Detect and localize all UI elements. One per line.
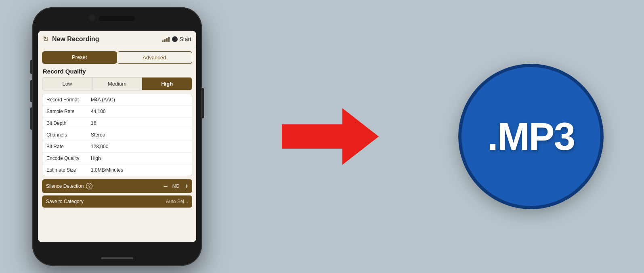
- table-row: Record Format M4A (AAC): [42, 94, 192, 106]
- phone-camera: [89, 15, 95, 21]
- label-channels: Channels: [46, 132, 91, 138]
- phone-side-btn-vol-down: [30, 107, 32, 130]
- value-sample-rate: 44,100: [91, 109, 106, 114]
- phone-body: ↻ New Recording Start: [32, 7, 202, 266]
- table-row: Estimate Size 1.0MB/Minutes: [42, 164, 192, 176]
- value-bit-depth: 16: [91, 120, 96, 126]
- label-sample-rate: Sample Rate: [46, 109, 91, 114]
- header-left: ↻ New Recording: [43, 35, 99, 44]
- record-dot: [172, 36, 178, 42]
- quality-btn-high[interactable]: High: [142, 78, 192, 90]
- phone-screen: ↻ New Recording Start: [38, 31, 196, 242]
- arrow-wrapper: [214, 104, 446, 169]
- value-bit-rate: 128,000: [91, 144, 108, 149]
- label-record-format: Record Format: [46, 97, 91, 103]
- phone-speaker: [99, 16, 135, 21]
- signal-bar-1: [162, 40, 164, 42]
- info-table: Record Format M4A (AAC) Sample Rate 44,1…: [42, 94, 192, 176]
- signal-icon: [162, 36, 170, 42]
- quality-button-group: Low Medium High: [42, 77, 192, 90]
- tab-preset[interactable]: Preset: [42, 51, 117, 64]
- record-quality-title: Record Quality: [38, 64, 196, 77]
- phone-mockup: ↻ New Recording Start: [32, 7, 202, 266]
- mp3-label: .MP3: [487, 114, 575, 159]
- page-title: New Recording: [52, 36, 99, 43]
- mp3-badge-wrapper: .MP3: [458, 64, 604, 209]
- svg-marker-0: [282, 108, 379, 165]
- tab-bar: Preset Advanced: [42, 51, 192, 64]
- tab-advanced[interactable]: Advanced: [117, 51, 193, 64]
- value-encode-quality: High: [91, 155, 101, 161]
- save-to-category-row: Save to Category Auto Sel...: [42, 195, 192, 208]
- back-button[interactable]: ↻: [43, 35, 49, 44]
- phone-home-indicator: [101, 257, 133, 259]
- phone-side-btn-power: [202, 88, 204, 118]
- header-right: Start: [162, 36, 191, 42]
- table-row: Bit Depth 16: [42, 118, 192, 129]
- mp3-circle: .MP3: [458, 64, 604, 209]
- signal-bar-2: [164, 39, 166, 42]
- table-row: Bit Rate 128,000: [42, 141, 192, 153]
- silence-detection-label: Silence Detection ?: [46, 183, 164, 189]
- save-to-category-value: Auto Sel...: [166, 199, 188, 204]
- silence-value: NO: [172, 183, 180, 189]
- table-row: Encode Quality High: [42, 153, 192, 164]
- quality-btn-medium[interactable]: Medium: [92, 78, 143, 90]
- scene: ↻ New Recording Start: [0, 0, 644, 273]
- silence-detection-row: Silence Detection ? – NO +: [42, 179, 192, 193]
- app-header: ↻ New Recording Start: [38, 31, 196, 48]
- value-record-format: M4A (AAC): [91, 97, 115, 103]
- silence-controls: – NO +: [164, 183, 188, 190]
- start-button[interactable]: Start: [172, 36, 191, 42]
- label-bit-rate: Bit Rate: [46, 144, 91, 149]
- phone-side-btn-vol-up: [30, 80, 32, 102]
- quality-btn-low[interactable]: Low: [42, 78, 92, 90]
- right-arrow-icon: [282, 104, 379, 169]
- value-channels: Stereo: [91, 132, 105, 138]
- silence-plus-button[interactable]: +: [185, 183, 188, 190]
- save-to-category-label: Save to Category: [46, 199, 166, 204]
- table-row: Sample Rate 44,100: [42, 106, 192, 118]
- value-estimate-size: 1.0MB/Minutes: [91, 167, 123, 173]
- label-bit-depth: Bit Depth: [46, 120, 91, 126]
- table-row: Channels Stereo: [42, 129, 192, 141]
- phone-side-btn-mute: [30, 60, 32, 74]
- label-estimate-size: Estimate Size: [46, 167, 91, 173]
- silence-minus-button[interactable]: –: [164, 183, 168, 190]
- silence-help-icon[interactable]: ?: [86, 183, 92, 189]
- label-encode-quality: Encode Quality: [46, 155, 91, 161]
- signal-bar-4: [168, 37, 170, 42]
- signal-bar-3: [166, 38, 168, 42]
